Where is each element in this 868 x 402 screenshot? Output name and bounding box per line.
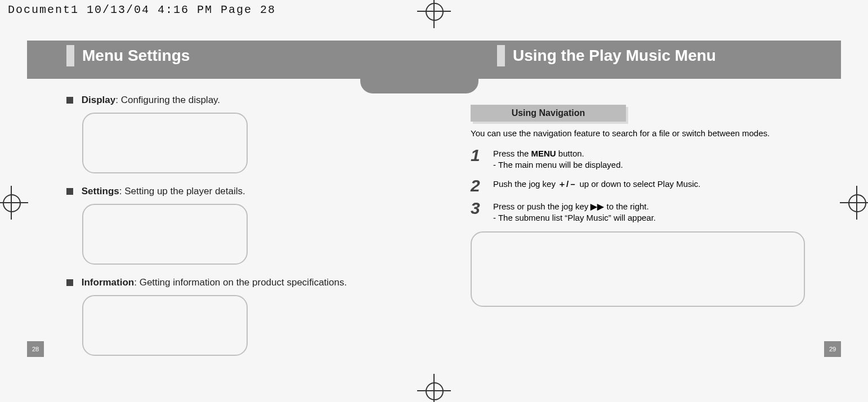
step-line2: - The submenu list “Play Music” will app…	[493, 213, 656, 222]
step-line1-post: button.	[556, 149, 584, 158]
bullet-square-icon	[66, 97, 73, 104]
screen-placeholder	[82, 204, 248, 265]
step-line1-pre: Push the jog key	[493, 179, 558, 189]
step-line1-pre: Press or push the jog key	[493, 202, 590, 211]
header-right: Using the Play Music Menu	[497, 44, 716, 67]
menu-item-heading: Display: Configuring the display.	[66, 95, 415, 106]
registration-mark-top	[417, 0, 451, 28]
header-notch	[360, 78, 478, 93]
screen-placeholder	[82, 295, 248, 356]
header-left: Menu Settings	[66, 44, 190, 67]
menu-item-desc: : Configuring the display.	[115, 95, 220, 105]
page-number-left: 28	[27, 341, 44, 357]
header-left-title: Menu Settings	[82, 47, 190, 65]
menu-item-desc: : Setting up the player details.	[119, 186, 245, 196]
menu-item-label: Settings	[82, 186, 119, 196]
menu-item-desc: : Getting information on the product spe…	[134, 277, 347, 288]
left-page-content: Display: Configuring the display. Settin…	[66, 95, 415, 368]
right-page-content: Using Navigation You can use the navigat…	[471, 105, 814, 307]
step-number: 1	[471, 148, 493, 171]
header-right-title: Using the Play Music Menu	[513, 47, 716, 65]
registration-mark-bottom	[417, 374, 451, 402]
menu-item: Display: Configuring the display.	[66, 95, 415, 173]
step: 3 Press or push the jog key ▶▶ to the ri…	[471, 201, 814, 224]
page-canvas: Document1 10/13/04 4:16 PM Page 28 Menu …	[0, 0, 868, 402]
header-bar: Menu Settings Using the Play Music Menu	[27, 41, 841, 79]
header-accent-icon	[66, 45, 74, 66]
bullet-square-icon	[66, 279, 73, 286]
fast-forward-icon: ▶▶	[590, 202, 604, 211]
step-text: Press or push the jog key ▶▶ to the righ…	[493, 201, 656, 224]
subsection-title-text: Using Navigation	[471, 105, 626, 122]
bullet-square-icon	[66, 188, 73, 195]
menu-item-heading: Settings: Setting up the player details.	[66, 186, 415, 197]
screen-placeholder-large	[471, 231, 805, 307]
menu-item-heading: Information: Getting information on the …	[66, 277, 415, 288]
registration-mark-left	[0, 186, 28, 220]
intro-text: You can use the navigation feature to se…	[471, 128, 814, 138]
step-number: 3	[471, 201, 493, 224]
menu-item-label: Display	[82, 95, 115, 105]
menu-item: Information: Getting information on the …	[66, 277, 415, 356]
page-number-right: 29	[824, 341, 841, 357]
step-line1-pre: Press the	[493, 149, 531, 158]
step: 1 Press the MENU button. - The main menu…	[471, 148, 814, 171]
registration-mark-right	[840, 186, 868, 220]
plus-minus-icon: ＋/－	[558, 179, 577, 189]
header-accent-icon	[497, 45, 505, 66]
subsection-title: Using Navigation	[471, 105, 626, 122]
step-line1-bold: MENU	[531, 149, 556, 158]
step-line1-post: to the right.	[604, 202, 648, 211]
step-text: Push the jog key ＋/－ up or down to selec…	[493, 178, 701, 193]
step-text: Press the MENU button. - The main menu w…	[493, 148, 623, 171]
step: 2 Push the jog key ＋/－ up or down to sel…	[471, 178, 814, 193]
step-line2: - The main menu will be displayed.	[493, 160, 623, 169]
menu-item: Settings: Setting up the player details.	[66, 186, 415, 265]
step-line1-post: up or down to select Play Music.	[577, 179, 700, 189]
step-number: 2	[471, 178, 493, 193]
menu-item-label: Information	[82, 277, 135, 288]
screen-placeholder	[82, 113, 248, 173]
